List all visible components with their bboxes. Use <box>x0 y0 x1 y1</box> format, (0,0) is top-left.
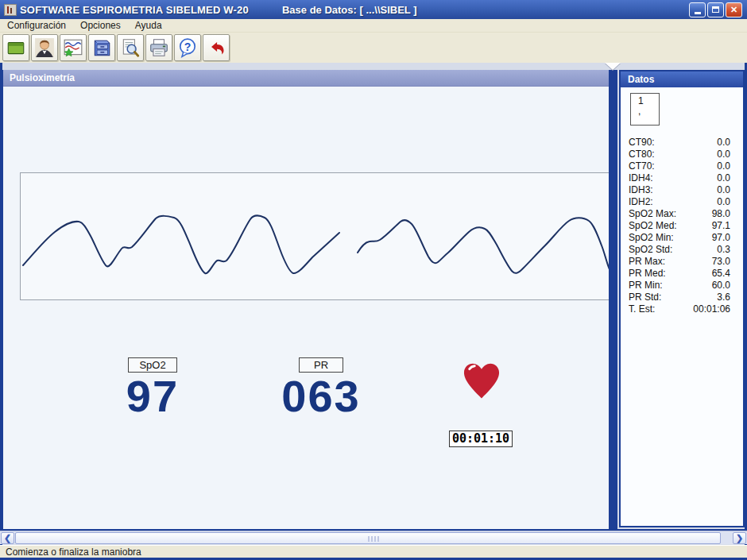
stat-value: 0.0 <box>717 172 730 184</box>
back-icon <box>206 37 226 58</box>
splitter-collapse-icon[interactable] <box>605 63 621 70</box>
help-button[interactable]: ? <box>174 34 201 61</box>
stat-value: 00:01:06 <box>693 303 730 315</box>
patient-icon <box>34 37 55 58</box>
heart-icon <box>460 361 503 400</box>
menu-opciones[interactable]: Opciones <box>73 19 128 32</box>
menu-ayuda[interactable]: Ayuda <box>128 19 169 32</box>
stat-label: CT70: <box>629 160 655 172</box>
work-area: Pulsioximetría SpO2 97 PR 063 00:01:10 <box>0 70 747 531</box>
green-card-button[interactable] <box>2 34 29 61</box>
stat-value: 65.4 <box>712 268 730 280</box>
stat-label: SpO2 Min: <box>629 232 674 244</box>
database-label: Base de Datos: [ ...\\SIBEL ] <box>282 4 417 16</box>
stat-value: 60.0 <box>712 280 730 292</box>
stat-label: SpO2 Med: <box>629 220 677 232</box>
menu-configuracion[interactable]: Configuración <box>0 19 73 32</box>
stat-label: IDH2: <box>629 196 653 208</box>
pulsioximetria-title: Pulsioximetría <box>3 70 609 87</box>
horizontal-scrollbar[interactable]: ❮ ❯ <box>0 531 747 544</box>
stat-value: 0.0 <box>717 196 730 208</box>
panel-splitter[interactable] <box>609 70 617 529</box>
status-text: Comienza o finaliza la maniobra <box>6 546 141 558</box>
help-icon: ? <box>177 37 198 58</box>
stat-label: PR Min: <box>629 280 663 292</box>
stat-label: SpO2 Std: <box>629 244 672 256</box>
stat-row: SpO2 Med:97.1 <box>629 220 730 232</box>
scroll-left-button[interactable]: ❮ <box>1 532 14 544</box>
elapsed-timer: 00:01:10 <box>449 431 513 447</box>
pleth-waveform <box>21 173 610 299</box>
spo2-value: 97 <box>105 370 200 422</box>
stat-label: PR Max: <box>629 256 665 268</box>
restore-icon <box>712 6 719 13</box>
stat-row: CT90:0.0 <box>629 137 730 149</box>
close-icon: ✕ <box>730 5 737 15</box>
stat-value: 0.3 <box>717 244 730 256</box>
minimize-icon <box>695 12 701 14</box>
maneuver-item[interactable]: 1 <box>638 96 659 106</box>
stat-value: 73.0 <box>712 256 730 268</box>
stat-value: 0.0 <box>717 149 730 160</box>
maneuver-separator: , <box>638 106 659 117</box>
stat-value: 0.0 <box>717 184 730 196</box>
stat-row: SpO2 Std:0.3 <box>629 244 730 256</box>
datos-stats: CT90:0.0CT80:0.0CT70:0.0IDH4:0.0IDH3:0.0… <box>629 137 730 315</box>
stat-label: CT90: <box>629 137 655 149</box>
stat-value: 3.6 <box>717 292 730 303</box>
title-bar[interactable]: SOFTWARE ESPIROMETRIA SIBELMED W-20 Base… <box>0 0 747 19</box>
datos-panel: Datos 1 , CT90:0.0CT80:0.0CT70:0.0IDH4:0… <box>619 70 745 527</box>
pleth-waveform-box <box>20 172 610 300</box>
stat-row: SpO2 Max:98.0 <box>629 208 730 220</box>
stat-label: IDH4: <box>629 172 653 184</box>
stat-row: IDH2:0.0 <box>629 196 730 208</box>
back-button[interactable] <box>203 34 230 61</box>
test-chart-icon <box>63 37 83 58</box>
toolbar: ? <box>0 33 747 63</box>
stat-label: PR Std: <box>629 292 661 303</box>
close-button[interactable]: ✕ <box>726 2 742 17</box>
scroll-thumb[interactable] <box>15 532 721 544</box>
green-card-icon <box>6 37 26 58</box>
test-chart-button[interactable] <box>60 34 87 61</box>
stat-value: 97.0 <box>712 232 730 244</box>
stat-row: IDH3:0.0 <box>629 184 730 196</box>
database-label-text: Base de Datos: <box>282 4 357 16</box>
stat-value: 0.0 <box>717 137 730 149</box>
stat-value: 97.1 <box>712 220 730 232</box>
database-path: [ ...\\SIBEL ] <box>360 4 417 16</box>
maneuver-list[interactable]: 1 , <box>630 93 660 126</box>
printer-icon <box>149 37 169 58</box>
chevron-left-icon: ❮ <box>4 533 11 543</box>
stat-row: SpO2 Min:97.0 <box>629 232 730 244</box>
chevron-right-icon: ❯ <box>736 533 743 543</box>
app-window: SOFTWARE ESPIROMETRIA SIBELMED W-20 Base… <box>0 0 747 560</box>
stat-row: CT80:0.0 <box>629 149 730 160</box>
stat-row: PR Med:65.4 <box>629 268 730 280</box>
status-bar: Comienza o finaliza la maniobra <box>0 545 747 558</box>
menu-bar: Configuración Opciones Ayuda <box>0 19 747 33</box>
preview-icon <box>120 37 141 58</box>
stat-label: IDH3: <box>629 184 653 196</box>
database-cabinet-icon <box>91 37 112 58</box>
stat-label: CT80: <box>629 149 655 160</box>
restore-button[interactable] <box>707 2 724 17</box>
svg-text:?: ? <box>184 41 192 53</box>
stat-value: 0.0 <box>717 160 730 172</box>
database-button[interactable] <box>88 34 115 61</box>
print-button[interactable] <box>145 34 172 61</box>
stat-row: CT70:0.0 <box>629 160 730 172</box>
preview-button[interactable] <box>117 34 144 61</box>
stat-value: 98.0 <box>712 208 730 220</box>
stat-label: PR Med: <box>629 268 666 280</box>
patient-button[interactable] <box>31 34 58 61</box>
window-title: SOFTWARE ESPIROMETRIA SIBELMED W-20 <box>20 4 249 16</box>
stat-label: T. Est: <box>629 303 655 315</box>
stat-row: PR Max:73.0 <box>629 256 730 268</box>
scroll-right-button[interactable]: ❯ <box>733 532 746 544</box>
minimize-button[interactable] <box>689 2 706 17</box>
stat-row: IDH4:0.0 <box>629 172 730 184</box>
pulsioximetria-panel: Pulsioximetría SpO2 97 PR 063 00:01:10 <box>2 70 609 529</box>
stat-row: PR Std:3.6 <box>629 292 730 303</box>
app-icon <box>4 4 17 16</box>
